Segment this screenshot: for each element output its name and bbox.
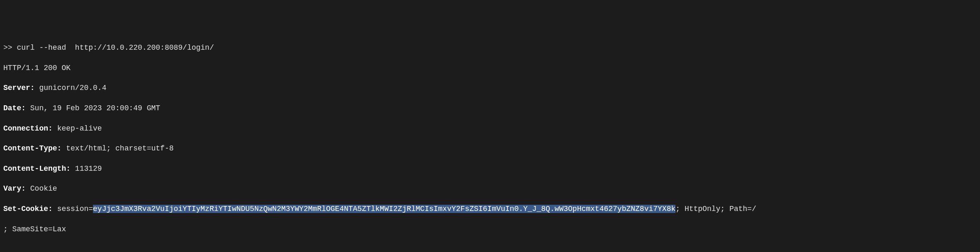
header-label: Set-Cookie: (3, 205, 53, 213)
header-value: Sun, 19 Feb 2023 20:00:49 GMT (26, 104, 160, 112)
header-label: Content-Length: (3, 165, 71, 173)
header-connection: Connection: keep-alive (3, 124, 977, 133)
header-set-cookie-cont: ; SameSite=Lax (3, 224, 977, 234)
http-status: HTTP/1.1 200 OK (3, 63, 977, 73)
blank-line (3, 244, 977, 252)
header-content-length: Content-Length: 113129 (3, 164, 977, 174)
header-vary: Vary: Cookie (3, 184, 977, 194)
header-value: text/html; charset=utf-8 (61, 144, 173, 153)
header-label: Content-Type: (3, 144, 61, 153)
header-value: keep-alive (53, 124, 102, 133)
header-value: Cookie (26, 184, 57, 193)
header-label: Server: (3, 84, 35, 92)
command-text: curl --head http://10.0.220.200:8089/log… (17, 44, 214, 52)
cookie-token-selected[interactable]: eyJjc3JmX3Rva2VuIjoiYTIyMzRiYTIwNDU5NzQw… (93, 205, 675, 213)
header-value: 113129 (71, 165, 102, 173)
header-date: Date: Sun, 19 Feb 2023 20:00:49 GMT (3, 103, 977, 113)
header-server: Server: gunicorn/20.0.4 (3, 83, 977, 93)
header-label: Connection: (3, 124, 53, 133)
header-label: Date: (3, 104, 26, 112)
header-content-type: Content-Type: text/html; charset=utf-8 (3, 143, 977, 153)
header-value: gunicorn/20.0.4 (35, 84, 107, 92)
cookie-suffix: ; HttpOnly; Path=/ (675, 205, 756, 213)
cookie-prefix: session= (53, 205, 93, 213)
prompt: >> (3, 44, 12, 52)
command-line-1: >> curl --head http://10.0.220.200:8089/… (3, 43, 977, 53)
header-set-cookie: Set-Cookie: session=eyJjc3JmX3Rva2VuIjoi… (3, 204, 977, 214)
header-label: Vary: (3, 184, 26, 193)
